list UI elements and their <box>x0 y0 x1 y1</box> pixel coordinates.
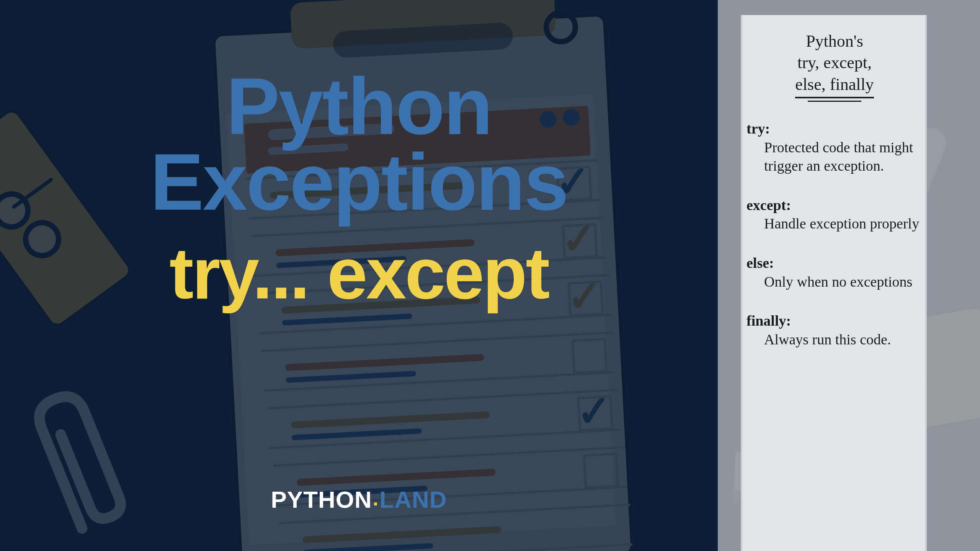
note-title-l1: Python's <box>806 32 863 51</box>
row-bar <box>292 428 422 440</box>
decorative-ring-icon <box>544 10 578 44</box>
headline-line-1: Python <box>0 65 718 148</box>
note-title-underline <box>808 101 861 102</box>
note-title-l3: else, finally <box>795 74 874 98</box>
checkmark-icon: ✓ <box>575 389 613 433</box>
row-bar <box>291 411 490 429</box>
row-bar <box>286 371 416 383</box>
note-kw-else: else: <box>746 255 774 271</box>
note-kw-try: try: <box>746 121 770 137</box>
note-content: Python's try, except, else, finally try:… <box>746 31 923 370</box>
note-block-except: except: Handle exception properly <box>746 196 923 233</box>
note-body-try: Protected code that might trigger an exc… <box>746 138 923 175</box>
row-bar <box>302 526 501 543</box>
note-block-else: else: Only when no exceptions <box>746 254 923 291</box>
note-body-finally: Always run this code. <box>746 330 923 349</box>
checkbox-icon <box>583 453 619 489</box>
hero-card: ✓ ✓ ✓ ✓ <box>0 0 980 551</box>
row-bar <box>297 469 496 486</box>
note-title: Python's try, except, else, finally <box>746 31 923 98</box>
brand-dot: . <box>372 487 379 510</box>
note-block-finally: finally: Always run this code. <box>746 311 923 349</box>
headline-line-2: Exceptions <box>0 141 718 223</box>
row-bar <box>303 543 433 551</box>
note-title-l2: try, except, <box>797 53 872 72</box>
row-bar <box>285 354 484 371</box>
brand-wordmark: PYTHON.LAND <box>0 486 718 513</box>
note-block-try: try: Protected code that might trigger a… <box>746 119 923 175</box>
note-kw-finally: finally: <box>746 313 791 329</box>
brand-left: PYTHON <box>271 486 372 513</box>
headline-group: Python Exceptions try... except <box>0 65 718 310</box>
note-body-except: Handle exception properly <box>746 214 923 233</box>
note-body-else: Only when no exceptions <box>746 272 923 291</box>
note-kw-except: except: <box>746 197 791 213</box>
row-bar <box>282 313 412 326</box>
checkbox-icon <box>571 338 608 374</box>
brand-right: LAND <box>379 486 447 513</box>
headline-line-3: try... except <box>0 237 718 310</box>
paperclip-icon <box>6 373 155 551</box>
